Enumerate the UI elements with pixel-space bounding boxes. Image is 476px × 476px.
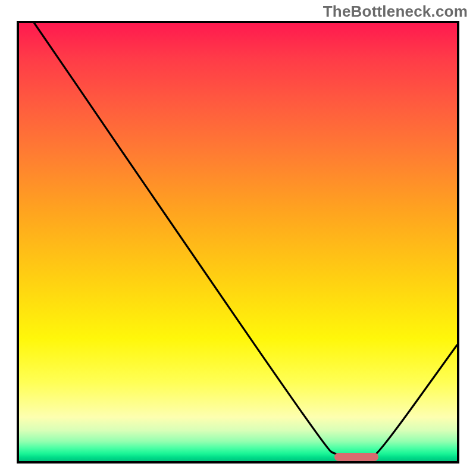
bottleneck-curve — [35, 23, 457, 456]
chart-container: TheBottleneck.com — [0, 0, 476, 476]
plot-frame — [17, 21, 459, 464]
watermark-label: TheBottleneck.com — [323, 2, 468, 21]
optimum-marker — [334, 453, 378, 461]
curve-layer — [19, 23, 457, 461]
